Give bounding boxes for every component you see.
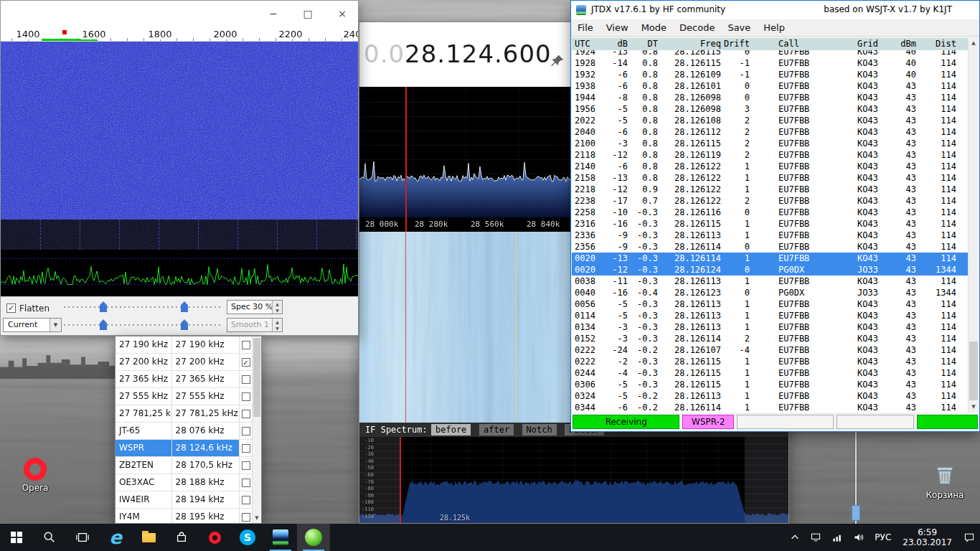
frequency-row[interactable]: 27 781,25 k...27 781,25 kHz <box>116 405 252 423</box>
enable-checkbox[interactable] <box>242 513 250 522</box>
decode-row[interactable]: 0344-6-0.228.1261141EU7FBBKO4343114 <box>572 402 968 413</box>
frequency-row[interactable]: OE3XAC28 188 kHz <box>116 474 252 491</box>
decode-row[interactable]: 2140-60.828.1261221EU7FBBKO4343114 <box>572 161 968 172</box>
decode-row[interactable]: 0038-11-0.328.1261131EU7FBBKO4343114 <box>572 276 968 287</box>
waterfall-display[interactable] <box>1 42 358 220</box>
tray-expand-button[interactable] <box>785 524 805 551</box>
scroll-down-button[interactable]: ▼ <box>969 402 979 413</box>
enable-checkbox[interactable] <box>242 375 250 384</box>
volume-slider-handle[interactable] <box>852 505 860 521</box>
slider-handle[interactable] <box>100 319 107 330</box>
decode-row[interactable]: 2238-170.728.1261222EU7FBBKO4343114 <box>572 195 968 207</box>
decode-row[interactable]: 0114-5-0.328.1261131EU7FBBKO4343114 <box>572 310 968 321</box>
scrollbar-thumb[interactable] <box>969 342 978 400</box>
slider-handle[interactable] <box>181 301 188 312</box>
decode-row[interactable]: 2258-10-0.328.1261160EU7FBBKO4343114 <box>572 207 968 218</box>
task-view-button[interactable] <box>66 524 99 551</box>
decode-row[interactable]: 2022-50.828.1261082EU7FBBKO4343114 <box>572 115 968 126</box>
jtdx-titlebar[interactable]: JTDX v17.6.1 by HF community based on WS… <box>571 1 979 19</box>
frequency-row[interactable]: 27 200 kHz ...27 200 kHz <box>116 354 252 371</box>
slider-handle[interactable] <box>100 301 107 312</box>
file-explorer-taskbar-button[interactable] <box>132 524 165 551</box>
minimize-button[interactable]: − <box>259 4 288 23</box>
skype-taskbar-button[interactable]: S <box>231 524 264 551</box>
clock[interactable]: 6:59 23.03.2017 <box>896 524 958 551</box>
waterfall-gain-slider[interactable] <box>64 300 222 314</box>
frequency-row[interactable]: JT-6528 076 kHz <box>116 423 252 440</box>
enable-checkbox[interactable] <box>242 479 250 487</box>
if-after-button[interactable]: after <box>479 424 514 435</box>
decode-row[interactable]: 2158-130.828.1261221EU7FBBKO4343114 <box>572 172 968 184</box>
enable-checkbox[interactable] <box>242 410 250 418</box>
frequency-display[interactable]: 0.028.124.600 <box>364 39 552 68</box>
enable-checkbox[interactable] <box>242 427 250 435</box>
scrollbar-thumb[interactable] <box>253 338 260 417</box>
decode-row[interactable]: 2100-30.828.1261152EU7FBBKO4343114 <box>572 138 968 149</box>
smooth-spinbox[interactable]: Smooth 1 ▲▼ <box>227 318 283 332</box>
spin-up[interactable]: ▲ <box>273 301 282 307</box>
decode-row[interactable]: 1956-50.828.1260983EU7FBBKO4343114 <box>572 103 968 115</box>
spec-spinbox[interactable]: Spec 30 % ▲▼ <box>227 300 283 314</box>
decode-row[interactable]: 1938-60.828.1261010EU7FBBKO4343114 <box>572 80 968 92</box>
decode-row[interactable]: 0134-3-0.328.1261131EU7FBBKO4343114 <box>572 321 968 333</box>
flatten-checkbox[interactable] <box>6 303 16 313</box>
decode-row[interactable]: 0306-5-0.328.1261151EU7FBBKO4343114 <box>572 379 968 390</box>
start-button[interactable] <box>0 524 33 551</box>
recycle-bin-shortcut[interactable]: Корзина <box>920 463 970 500</box>
waterfall-app-taskbar-button[interactable] <box>264 524 297 551</box>
spin-up[interactable]: ▲ <box>273 319 282 325</box>
decode-row[interactable]: 2218-120.928.1261221EU7FBBKO4343114 <box>572 184 968 195</box>
close-button[interactable]: × <box>328 4 357 23</box>
volume-slider[interactable] <box>851 426 861 524</box>
menu-decode[interactable]: Decode <box>673 19 721 36</box>
decode-row[interactable]: 0040-16-0.428.1261230PG0DXJO33431344 <box>572 287 968 298</box>
opera-taskbar-button[interactable] <box>198 524 231 551</box>
maximize-button[interactable]: □ <box>293 4 322 23</box>
frequency-row[interactable]: ZB2TEN28 170,5 kHz <box>116 457 252 474</box>
spectrum-gain-slider[interactable] <box>64 318 222 332</box>
search-button[interactable] <box>33 524 66 551</box>
decode-row[interactable]: 2336-9-0.328.1261131EU7FBBKO4343114 <box>572 230 968 241</box>
enable-checkbox[interactable] <box>242 496 250 504</box>
wide-graph-titlebar[interactable]: − □ × <box>1 1 358 28</box>
decode-row[interactable]: 1924-130.828.1261150EU7FBBKO4340114 <box>572 50 968 57</box>
action-center-button[interactable] <box>958 524 980 551</box>
menu-file[interactable]: File <box>571 19 600 36</box>
decode-row[interactable]: 2356-9-0.328.1261140EU7FBBKO4343114 <box>572 241 968 253</box>
sdr-app-taskbar-button[interactable] <box>297 524 330 551</box>
spin-down[interactable]: ▼ <box>273 307 282 314</box>
frequency-row[interactable]: IW4EIR28 194 kHz <box>116 491 252 509</box>
decode-row[interactable]: 0222-2-0.328.1261151EU7FBBKO4343114 <box>572 356 968 367</box>
slider-handle[interactable] <box>181 319 188 330</box>
volume-button[interactable] <box>848 524 870 551</box>
decode-row[interactable]: 1944-80.828.1260980EU7FBBKO4343114 <box>572 92 968 103</box>
decode-row[interactable]: 2040-60.828.1261122EU7FBBKO4343114 <box>572 126 968 138</box>
menu-view[interactable]: View <box>600 19 635 36</box>
if-spectrum-display[interactable]: -10-20-30-40-50-60-70-80-90-100-110-120 … <box>359 437 788 523</box>
decode-scrollbar[interactable]: ▲ ▼ <box>968 38 979 413</box>
enable-checkbox[interactable] <box>242 444 250 453</box>
frequency-row[interactable]: WSPR28 124,6 kHz <box>116 440 252 457</box>
frequency-row[interactable]: 27 555 kHz ...27 555 kHz <box>116 388 252 405</box>
pushpin-icon[interactable] <box>550 54 565 71</box>
if-notch-button[interactable]: Notch <box>522 424 557 435</box>
spectrum-display[interactable] <box>1 250 358 296</box>
menu-save[interactable]: Save <box>721 19 757 36</box>
decode-row[interactable]: 0020-13-0.328.1261141EU7FBBKO4343114 <box>572 253 968 264</box>
edge-taskbar-button[interactable]: e <box>99 524 132 551</box>
frequency-row[interactable]: IY4M28 195 kHz <box>116 509 252 524</box>
opera-shortcut[interactable]: Opera <box>10 458 60 493</box>
decode-row[interactable]: 2118-120.828.1261192EU7FBBKO4343114 <box>572 149 968 161</box>
store-taskbar-button[interactable] <box>165 524 198 551</box>
menu-help[interactable]: Help <box>757 19 791 36</box>
enable-checkbox[interactable] <box>242 461 250 470</box>
network-button[interactable] <box>826 524 848 551</box>
decode-row[interactable]: 0056-5-0.328.1261131EU7FBBKO4343114 <box>572 298 968 310</box>
decode-row[interactable]: 2316-16-0.328.1261151EU7FBBKO4343114 <box>572 218 968 230</box>
decode-row[interactable]: 1932-60.828.126109-1EU7FBBKO4340114 <box>572 69 968 80</box>
frequency-row[interactable]: 27 190 kHz ...27 190 kHz <box>116 336 252 354</box>
frequency-row[interactable]: 27 365 kHz ...27 365 kHz <box>116 371 252 388</box>
decode-row[interactable]: 1928-140.828.126115-1EU7FBBKO4340114 <box>572 57 968 69</box>
decode-row[interactable]: 0222-24-0.228.126107-4EU7FBBKO4343114 <box>572 344 968 356</box>
enable-checkbox[interactable] <box>242 341 250 349</box>
